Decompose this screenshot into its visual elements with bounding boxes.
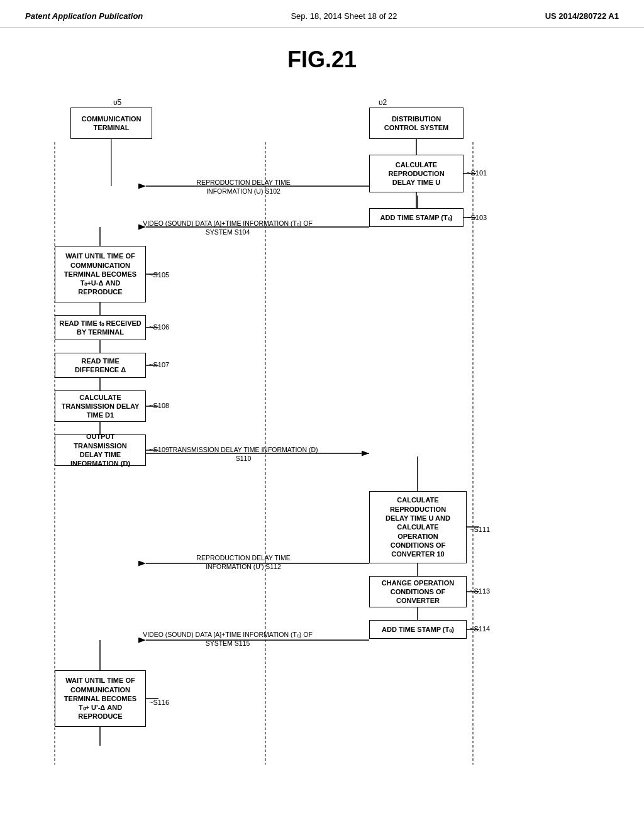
diagram-container: υ5 υ2 COMMUNICATION TERMINAL DISTRIBUTIO… [20,86,624,815]
s111-label: ~S111 [470,526,490,533]
comm-terminal-box: COMMUNICATION TERMINAL [70,108,152,139]
s108-label: ~S108 [149,402,169,409]
s116-label: ~S116 [149,699,169,706]
read-time-s106-box: READ TIME t₀ RECEIVED BY TERMINAL [55,315,146,340]
page-header: Patent Application Publication Sep. 18, … [0,0,644,28]
s114-label: ~S114 [470,625,490,633]
s103-label: ~S103 [467,214,487,221]
s101-label: ~S101 [467,169,487,177]
header-left: Patent Application Publication [25,11,143,21]
calc-repro-u-box: CALCULATE REPRODUCTION DELAY TIME U [369,155,464,192]
ref2: υ2 [379,98,387,107]
s112-label: REPRODUCTION DELAY TIME INFORMATION (U')… [174,554,313,571]
s106-label: ~S106 [149,323,169,331]
s115-label: VIDEO (SOUND) DATA [A]+TIME INFORMATION … [140,631,316,648]
read-diff-s107-box: READ TIME DIFFERENCE Δ [55,353,146,378]
wait-repro-s116-box: WAIT UNTIL TIME OF COMMUNICATION TERMINA… [55,670,146,727]
header-right: US 2014/280722 A1 [545,11,619,21]
s102-label: REPRODUCTION DELAY TIME INFORMATION (U) … [174,179,313,196]
fig-title: FIG.21 [0,47,644,73]
s113-label: ~S113 [470,587,490,595]
s110-label: TRANSMISSION DELAY TIME INFORMATION (D) … [168,446,319,463]
calc-repro-s111-box: CALCULATE REPRODUCTION DELAY TIME U AND … [369,491,467,563]
change-op-s113-box: CHANGE OPERATION CONDITIONS OF CONVERTER [369,576,467,607]
add-timestamp-s114-box: ADD TIME STAMP (T₀) [369,620,467,639]
ref5: υ5 [113,98,121,107]
wait-repro-s105-box: WAIT UNTIL TIME OF COMMUNICATION TERMINA… [55,246,146,302]
s105-label: ~S105 [149,271,169,279]
add-timestamp-s103-box: ADD TIME STAMP (T₀) [369,208,464,227]
output-trans-s109-box: OUTPUT TRANSMISSION DELAY TIME INFORMATI… [55,434,146,466]
header-middle: Sep. 18, 2014 Sheet 18 of 22 [291,11,397,21]
calc-trans-s108-box: CALCULATE TRANSMISSION DELAY TIME D1 [55,390,146,422]
s109-label: ~S109 [149,446,169,453]
dist-control-box: DISTRIBUTION CONTROL SYSTEM [369,108,464,139]
s104-label: VIDEO (SOUND) DATA [A]+TIME INFORMATION … [140,219,316,236]
s107-label: ~S107 [149,361,169,368]
